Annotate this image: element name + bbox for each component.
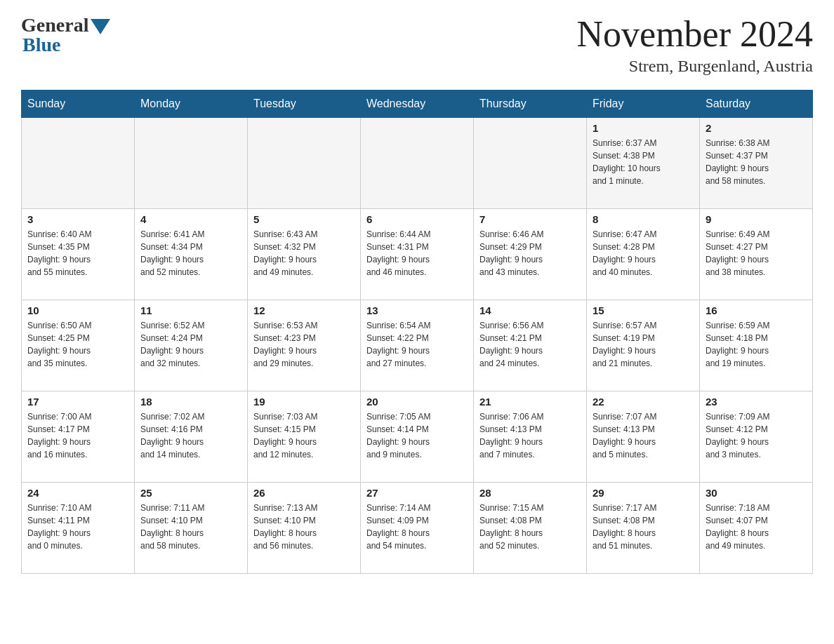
- week-row-1: 1Sunrise: 6:37 AM Sunset: 4:38 PM Daylig…: [22, 118, 813, 209]
- day-header-wednesday: Wednesday: [361, 90, 474, 118]
- calendar-cell: 11Sunrise: 6:52 AM Sunset: 4:24 PM Dayli…: [135, 300, 248, 391]
- calendar-cell: 21Sunrise: 7:06 AM Sunset: 4:13 PM Dayli…: [474, 391, 587, 483]
- title-area: November 2024 Strem, Burgenland, Austria: [577, 14, 813, 76]
- day-number: 24: [27, 487, 128, 499]
- calendar-cell: [248, 118, 361, 209]
- day-number: 6: [366, 213, 468, 225]
- day-number: 11: [140, 304, 241, 316]
- calendar-cell: 6Sunrise: 6:44 AM Sunset: 4:31 PM Daylig…: [361, 209, 474, 300]
- day-info: Sunrise: 6:53 AM Sunset: 4:23 PM Dayligh…: [253, 319, 355, 370]
- day-number: 19: [253, 396, 355, 408]
- day-info: Sunrise: 6:41 AM Sunset: 4:34 PM Dayligh…: [140, 228, 241, 279]
- day-header-thursday: Thursday: [474, 90, 587, 118]
- day-info: Sunrise: 6:37 AM Sunset: 4:38 PM Dayligh…: [593, 137, 694, 187]
- day-info: Sunrise: 6:46 AM Sunset: 4:29 PM Dayligh…: [479, 228, 581, 279]
- day-number: 22: [593, 396, 694, 408]
- day-number: 1: [593, 122, 694, 134]
- calendar-cell: 17Sunrise: 7:00 AM Sunset: 4:17 PM Dayli…: [22, 391, 135, 483]
- week-row-3: 10Sunrise: 6:50 AM Sunset: 4:25 PM Dayli…: [22, 300, 813, 391]
- calendar-cell: 3Sunrise: 6:40 AM Sunset: 4:35 PM Daylig…: [22, 209, 135, 300]
- day-info: Sunrise: 7:06 AM Sunset: 4:13 PM Dayligh…: [479, 410, 581, 461]
- day-info: Sunrise: 7:03 AM Sunset: 4:15 PM Dayligh…: [253, 410, 355, 461]
- day-info: Sunrise: 7:00 AM Sunset: 4:17 PM Dayligh…: [27, 410, 128, 461]
- day-info: Sunrise: 6:44 AM Sunset: 4:31 PM Dayligh…: [366, 228, 468, 279]
- day-number: 7: [479, 213, 581, 225]
- logo: General Blue: [21, 14, 110, 56]
- day-info: Sunrise: 7:09 AM Sunset: 4:12 PM Dayligh…: [706, 410, 807, 461]
- day-header-friday: Friday: [587, 90, 700, 118]
- day-info: Sunrise: 7:13 AM Sunset: 4:10 PM Dayligh…: [253, 502, 355, 552]
- week-row-2: 3Sunrise: 6:40 AM Sunset: 4:35 PM Daylig…: [22, 209, 813, 300]
- day-number: 16: [706, 304, 807, 316]
- day-number: 2: [706, 122, 807, 134]
- day-number: 17: [27, 396, 128, 408]
- day-number: 10: [27, 304, 128, 316]
- calendar-cell: 28Sunrise: 7:15 AM Sunset: 4:08 PM Dayli…: [474, 483, 587, 574]
- calendar-cell: 25Sunrise: 7:11 AM Sunset: 4:10 PM Dayli…: [135, 483, 248, 574]
- day-number: 3: [27, 213, 128, 225]
- day-number: 20: [366, 396, 468, 408]
- day-info: Sunrise: 6:59 AM Sunset: 4:18 PM Dayligh…: [706, 319, 807, 370]
- calendar-cell: 4Sunrise: 6:41 AM Sunset: 4:34 PM Daylig…: [135, 209, 248, 300]
- day-number: 15: [593, 304, 694, 316]
- day-info: Sunrise: 7:17 AM Sunset: 4:08 PM Dayligh…: [593, 502, 694, 552]
- day-number: 14: [479, 304, 581, 316]
- day-info: Sunrise: 6:47 AM Sunset: 4:28 PM Dayligh…: [593, 228, 694, 279]
- day-info: Sunrise: 7:15 AM Sunset: 4:08 PM Dayligh…: [479, 502, 581, 552]
- day-number: 25: [140, 487, 241, 499]
- calendar-cell: [135, 118, 248, 209]
- day-number: 9: [706, 213, 807, 225]
- calendar-cell: 26Sunrise: 7:13 AM Sunset: 4:10 PM Dayli…: [248, 483, 361, 574]
- calendar-cell: 27Sunrise: 7:14 AM Sunset: 4:09 PM Dayli…: [361, 483, 474, 574]
- day-header-tuesday: Tuesday: [248, 90, 361, 118]
- day-info: Sunrise: 7:18 AM Sunset: 4:07 PM Dayligh…: [706, 502, 807, 552]
- calendar-cell: 22Sunrise: 7:07 AM Sunset: 4:13 PM Dayli…: [587, 391, 700, 483]
- day-header-monday: Monday: [135, 90, 248, 118]
- calendar-cell: 1Sunrise: 6:37 AM Sunset: 4:38 PM Daylig…: [587, 118, 700, 209]
- day-number: 26: [253, 487, 355, 499]
- day-info: Sunrise: 7:11 AM Sunset: 4:10 PM Dayligh…: [140, 502, 241, 552]
- day-info: Sunrise: 6:50 AM Sunset: 4:25 PM Dayligh…: [27, 319, 128, 370]
- calendar-cell: 18Sunrise: 7:02 AM Sunset: 4:16 PM Dayli…: [135, 391, 248, 483]
- week-row-5: 24Sunrise: 7:10 AM Sunset: 4:11 PM Dayli…: [22, 483, 813, 574]
- day-info: Sunrise: 7:02 AM Sunset: 4:16 PM Dayligh…: [140, 410, 241, 461]
- calendar-cell: 5Sunrise: 6:43 AM Sunset: 4:32 PM Daylig…: [248, 209, 361, 300]
- day-info: Sunrise: 6:43 AM Sunset: 4:32 PM Dayligh…: [253, 228, 355, 279]
- location-title: Strem, Burgenland, Austria: [577, 57, 813, 76]
- calendar-table: SundayMondayTuesdayWednesdayThursdayFrid…: [21, 90, 813, 574]
- day-number: 30: [706, 487, 807, 499]
- calendar-cell: [474, 118, 587, 209]
- day-info: Sunrise: 6:49 AM Sunset: 4:27 PM Dayligh…: [706, 228, 807, 279]
- header: General Blue November 2024 Strem, Burgen…: [21, 14, 813, 76]
- day-number: 23: [706, 396, 807, 408]
- calendar-cell: 9Sunrise: 6:49 AM Sunset: 4:27 PM Daylig…: [700, 209, 813, 300]
- day-number: 28: [479, 487, 581, 499]
- day-number: 27: [366, 487, 468, 499]
- day-info: Sunrise: 7:10 AM Sunset: 4:11 PM Dayligh…: [27, 502, 128, 552]
- day-number: 21: [479, 396, 581, 408]
- calendar-cell: 20Sunrise: 7:05 AM Sunset: 4:14 PM Dayli…: [361, 391, 474, 483]
- calendar-cell: 30Sunrise: 7:18 AM Sunset: 4:07 PM Dayli…: [700, 483, 813, 574]
- logo-blue-text: Blue: [22, 34, 60, 56]
- calendar-cell: 8Sunrise: 6:47 AM Sunset: 4:28 PM Daylig…: [587, 209, 700, 300]
- day-info: Sunrise: 6:40 AM Sunset: 4:35 PM Dayligh…: [27, 228, 128, 279]
- month-title: November 2024: [577, 14, 813, 54]
- days-header-row: SundayMondayTuesdayWednesdayThursdayFrid…: [22, 90, 813, 118]
- calendar-cell: 29Sunrise: 7:17 AM Sunset: 4:08 PM Dayli…: [587, 483, 700, 574]
- week-row-4: 17Sunrise: 7:00 AM Sunset: 4:17 PM Dayli…: [22, 391, 813, 483]
- calendar-cell: 10Sunrise: 6:50 AM Sunset: 4:25 PM Dayli…: [22, 300, 135, 391]
- day-number: 5: [253, 213, 355, 225]
- day-number: 18: [140, 396, 241, 408]
- day-info: Sunrise: 6:38 AM Sunset: 4:37 PM Dayligh…: [706, 137, 807, 187]
- day-header-sunday: Sunday: [22, 90, 135, 118]
- calendar-cell: 15Sunrise: 6:57 AM Sunset: 4:19 PM Dayli…: [587, 300, 700, 391]
- day-info: Sunrise: 6:56 AM Sunset: 4:21 PM Dayligh…: [479, 319, 581, 370]
- day-info: Sunrise: 7:05 AM Sunset: 4:14 PM Dayligh…: [366, 410, 468, 461]
- calendar-cell: 24Sunrise: 7:10 AM Sunset: 4:11 PM Dayli…: [22, 483, 135, 574]
- day-info: Sunrise: 7:07 AM Sunset: 4:13 PM Dayligh…: [593, 410, 694, 461]
- day-info: Sunrise: 6:54 AM Sunset: 4:22 PM Dayligh…: [366, 319, 468, 370]
- day-info: Sunrise: 7:14 AM Sunset: 4:09 PM Dayligh…: [366, 502, 468, 552]
- calendar-cell: 13Sunrise: 6:54 AM Sunset: 4:22 PM Dayli…: [361, 300, 474, 391]
- day-number: 4: [140, 213, 241, 225]
- day-info: Sunrise: 6:57 AM Sunset: 4:19 PM Dayligh…: [593, 319, 694, 370]
